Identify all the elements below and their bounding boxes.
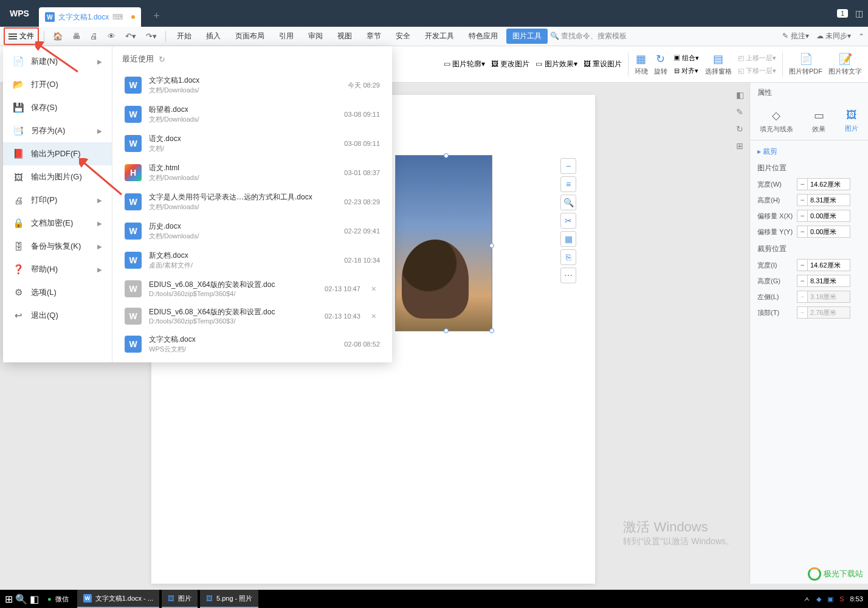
tab-image[interactable]: 🖼图片 <box>845 109 858 134</box>
tab-layout[interactable]: 页面布局 <box>229 29 270 44</box>
file-menu-item[interactable]: ⚙选项(L) <box>3 281 112 304</box>
crop-icon[interactable]: ✂ <box>560 213 576 229</box>
tab-section[interactable]: 章节 <box>360 29 387 44</box>
more-icon[interactable]: ⋯ <box>560 268 576 283</box>
offset-y-input[interactable]: 0.00厘米 <box>808 226 850 238</box>
side-tool-icon[interactable]: ✎ <box>736 107 743 117</box>
height-g-input[interactable]: 8.31厘米 <box>808 275 850 287</box>
recent-file-item[interactable]: H语文.html文档/Downloads/03-01 08:37 <box>122 158 382 187</box>
search-input[interactable]: 🔍 查找命令、搜索模板 <box>550 31 627 41</box>
select-icon[interactable]: ▦ <box>560 231 576 247</box>
layout-icon[interactable]: ≡ <box>560 176 576 192</box>
recent-file-item[interactable]: W个人简历(1)(1).docx2020-11-09 <box>122 359 382 362</box>
menu-label: 打印(P) <box>31 195 57 206</box>
comment-button[interactable]: ✎ 批注▾ <box>782 31 808 41</box>
minus-button[interactable]: − <box>797 226 808 238</box>
prop-height-g: 高度(G)−8.31厘米 <box>757 275 861 287</box>
height-h-input[interactable]: 8.31厘米 <box>808 194 850 206</box>
zoom-in-icon[interactable]: 🔍 <box>560 195 576 210</box>
new-tab-button[interactable]: + <box>153 10 160 22</box>
ribbon-outline[interactable]: ▭ 图片轮廓▾ <box>444 59 485 69</box>
minus-button[interactable]: − <box>797 259 808 271</box>
file-menu-item[interactable]: 📑另存为(A)▶ <box>3 119 112 142</box>
refresh-icon[interactable]: ↻ <box>159 55 165 64</box>
close-icon[interactable]: × <box>368 311 380 321</box>
redo-icon[interactable]: ↷▾ <box>142 29 160 43</box>
width-i-input[interactable]: 14.62厘米 <box>808 259 850 271</box>
tab-security[interactable]: 安全 <box>390 29 416 44</box>
side-tool-icon[interactable]: ◧ <box>736 90 744 100</box>
undo-icon[interactable]: ↶▾ <box>122 29 140 43</box>
title-settings-icon[interactable]: ◫ <box>855 9 863 18</box>
ribbon-align[interactable]: ⊟ 对齐▾ <box>674 66 698 75</box>
print-icon[interactable]: 🖨 <box>86 29 102 43</box>
collapse-icon[interactable]: ⌃ <box>858 32 864 41</box>
document-tab[interactable]: W 文字文稿1.docx ⌨ <box>39 7 141 27</box>
file-menu-item[interactable]: ↩退出(Q) <box>3 304 112 327</box>
tab-fill-line[interactable]: ◇填充与线条 <box>760 109 793 134</box>
ribbon-change[interactable]: 🖼 更改图片 <box>491 59 529 69</box>
tray-icon[interactable]: ◆ <box>816 595 821 603</box>
close-icon[interactable]: × <box>368 284 380 294</box>
selected-image[interactable] <box>395 155 492 331</box>
tray-icon[interactable]: ▣ <box>827 595 833 603</box>
ribbon-to-pdf[interactable]: 📄图片转PDF <box>789 52 822 76</box>
ribbon-to-text[interactable]: 📝图片转文字 <box>828 52 862 76</box>
tab-start[interactable]: 开始 <box>171 29 198 44</box>
recent-file-item[interactable]: W文字是人类用符号记录表达…远的方式和工具.docx文档/Downloads/0… <box>122 187 382 216</box>
tab-ref[interactable]: 引用 <box>273 29 300 44</box>
recent-file-item[interactable]: W文字文稿.docxWPS云文档/02-08 08:52 <box>122 330 382 359</box>
zoom-out-icon[interactable]: − <box>560 158 576 174</box>
recent-file-item[interactable]: W语文.docx文档/03-08 09:11 <box>122 129 382 158</box>
tab-review[interactable]: 审阅 <box>302 29 329 44</box>
copy-icon[interactable]: ⎘ <box>560 249 576 265</box>
tray-icon[interactable]: ㅅ <box>804 595 810 604</box>
side-tool-icon[interactable]: ⊞ <box>736 141 743 151</box>
file-menu-item[interactable]: 💾保存(S) <box>3 96 112 119</box>
recent-file-item[interactable]: W新文档.docx桌面/素材文件/02-18 10:34 <box>122 246 382 275</box>
ribbon-select-pane[interactable]: ▤选择窗格 <box>705 52 732 76</box>
menu-icon: 📕 <box>13 148 24 159</box>
task-wechat[interactable]: ●微信 <box>41 590 75 608</box>
file-menu-item[interactable]: 📂打开(O) <box>3 73 112 96</box>
ribbon-effect[interactable]: ▭ 图片效果▾ <box>536 59 577 69</box>
file-menu-item[interactable]: 🗄备份与恢复(K)▶ <box>3 235 112 258</box>
search-icon[interactable]: 🔍 <box>15 593 27 605</box>
start-button[interactable]: ⊞ <box>5 593 13 605</box>
recent-file-item[interactable]: W文字文稿1.docx文档/Downloads/今天 08:29 <box>122 71 382 100</box>
title-badge[interactable]: 1 <box>837 9 848 18</box>
tab-special[interactable]: 特色应用 <box>463 29 504 44</box>
tray-icon[interactable]: S <box>839 595 844 603</box>
width-w-input[interactable]: 14.62厘米 <box>808 178 850 190</box>
ribbon-wrap[interactable]: ▦环绕 <box>635 52 648 76</box>
tab-insert[interactable]: 插入 <box>200 29 227 44</box>
minus-button[interactable]: − <box>797 210 808 222</box>
offset-x-input[interactable]: 0.00厘米 <box>808 210 850 222</box>
task-pictures[interactable]: 🖼图片 <box>162 590 198 608</box>
crop-section-title[interactable]: ▸ 裁剪 <box>757 147 861 157</box>
tray-time[interactable]: 8:53 <box>850 595 863 603</box>
file-menu-item[interactable]: ❓帮助(H)▶ <box>3 258 112 281</box>
sync-button[interactable]: ☁ 未同步▾ <box>816 31 851 41</box>
taskview-icon[interactable]: ◧ <box>30 593 39 605</box>
recent-file-item[interactable]: W历史.docx文档/Downloads/02-22 09:41 <box>122 216 382 246</box>
tab-effect[interactable]: ▭效果 <box>812 109 825 134</box>
ribbon-rotate[interactable]: ↻旋转 <box>654 52 667 76</box>
ribbon-group-combine[interactable]: ▣ 组合▾ <box>673 54 699 63</box>
preview-icon[interactable]: 👁 <box>104 29 119 43</box>
recent-file-item[interactable]: WEDIUS_v6.08_X64版的安装和设置.docD:/tools/360z… <box>122 302 382 330</box>
minus-button[interactable]: − <box>797 275 808 287</box>
task-photos[interactable]: 🖼5.png - 照片 <box>200 590 258 608</box>
ribbon-reset[interactable]: 🖼 重设图片 <box>584 59 622 69</box>
minus-button[interactable]: − <box>797 194 808 206</box>
minus-button[interactable]: − <box>797 178 808 190</box>
side-tool-icon[interactable]: ↻ <box>736 124 743 134</box>
file-menu-button[interactable]: 文件 <box>4 27 39 45</box>
tab-image-tools[interactable]: 图片工具 <box>506 29 548 44</box>
recent-file-item[interactable]: WEDIUS_v6.08_X64版的安装和设置.docD:/tools/360z… <box>122 275 382 302</box>
recent-file-item[interactable]: W盼望着.docx文档/Downloads/03-08 09:11 <box>122 100 382 129</box>
tab-view[interactable]: 视图 <box>331 29 358 44</box>
file-menu-item[interactable]: 🔒文档加密(E)▶ <box>3 212 112 235</box>
tab-dev[interactable]: 开发工具 <box>419 29 460 44</box>
task-wps[interactable]: W文字文稿1.docx - ... <box>77 590 159 608</box>
